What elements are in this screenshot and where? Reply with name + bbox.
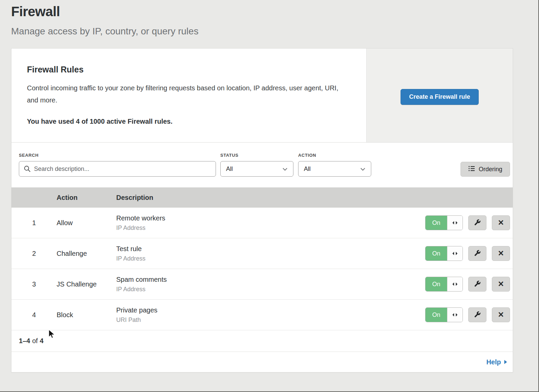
status-select[interactable]: All [220, 161, 293, 177]
action-label: ACTION [298, 153, 371, 158]
search-box [19, 161, 216, 177]
help-link-label: Help [486, 358, 501, 366]
toggle-state-label: On [425, 216, 447, 230]
card-description: Control incoming traffic to your zone by… [27, 82, 346, 106]
toggle-arrows-icon [447, 308, 463, 322]
toggle-arrows-icon [447, 246, 463, 261]
card-title: Firewall Rules [27, 65, 346, 74]
pagination-of: of [32, 337, 38, 345]
row-action: Block [57, 311, 116, 319]
help-arrow-icon [504, 358, 507, 366]
row-controls: On ✕ [425, 277, 513, 292]
card-usage: You have used 4 of 1000 active Firewall … [27, 118, 346, 125]
action-select-value: All [304, 165, 311, 173]
wrench-icon [474, 219, 481, 227]
pagination-total: 4 [40, 337, 43, 345]
toggle-state-label: On [425, 246, 447, 261]
ordering-button[interactable]: Ordering [461, 162, 510, 177]
card-top-section: Firewall Rules Control incoming traffic … [11, 49, 513, 143]
page-header: Firewall Manage access by IP, country, o… [0, 0, 538, 37]
help-link[interactable]: Help [486, 358, 507, 366]
row-description-title: Test rule [116, 245, 425, 253]
row-description-field: URI Path [116, 316, 425, 324]
row-number: 4 [11, 311, 57, 319]
search-label: SEARCH [19, 153, 216, 158]
table-row: 3 JS Challenge Spam comments IP Address … [11, 269, 513, 300]
row-description-field: IP Address [116, 224, 425, 232]
wrench-icon [474, 311, 481, 319]
rule-toggle[interactable]: On [425, 215, 463, 230]
cta-panel: Create a Firewall rule [366, 49, 513, 142]
delete-rule-button[interactable]: ✕ [492, 215, 510, 230]
edit-rule-button[interactable] [468, 307, 486, 322]
toggle-state-label: On [425, 308, 447, 322]
delete-rule-button[interactable]: ✕ [492, 307, 510, 322]
chevron-down-icon [360, 165, 366, 173]
filters-bar: SEARCH STATUS All ACTION [11, 143, 513, 187]
row-description: Remote workers IP Address [116, 214, 425, 232]
page-title: Firewall [11, 4, 538, 19]
edit-rule-button[interactable] [468, 277, 486, 292]
rule-toggle[interactable]: On [425, 246, 463, 261]
table-header-action: Action [57, 194, 116, 202]
status-group: STATUS All [220, 153, 293, 177]
row-action: Challenge [57, 250, 116, 258]
rule-toggle[interactable]: On [425, 277, 463, 292]
card-intro: Firewall Rules Control incoming traffic … [11, 49, 366, 142]
pagination-range: 1–4 [19, 337, 30, 345]
search-input[interactable] [19, 161, 216, 177]
close-icon: ✕ [498, 219, 504, 227]
row-controls: On ✕ [425, 307, 513, 322]
table-row: 2 Challenge Test rule IP Address On ✕ [11, 238, 513, 269]
row-description: Test rule IP Address [116, 245, 425, 262]
row-description-title: Spam comments [116, 276, 425, 283]
table-row: 4 Block Private pages URI Path On ✕ [11, 300, 513, 330]
help-row: Help [11, 352, 513, 372]
table-row: 1 Allow Remote workers IP Address On ✕ [11, 208, 513, 238]
edit-rule-button[interactable] [468, 246, 486, 261]
ordering-button-label: Ordering [479, 166, 502, 173]
row-number: 2 [11, 250, 57, 258]
row-description-title: Remote workers [116, 214, 425, 222]
table-header-description: Description [116, 194, 513, 202]
row-description-field: IP Address [116, 255, 425, 262]
row-controls: On ✕ [425, 246, 513, 261]
status-label: STATUS [220, 153, 293, 158]
delete-rule-button[interactable]: ✕ [492, 277, 510, 292]
search-group: SEARCH [19, 153, 216, 177]
action-group: ACTION All [298, 153, 371, 177]
row-controls: On ✕ [425, 215, 513, 230]
toggle-state-label: On [425, 277, 447, 291]
action-select[interactable]: All [298, 161, 371, 177]
close-icon: ✕ [498, 250, 504, 257]
page-subtitle: Manage access by IP, country, or query r… [11, 26, 538, 37]
rule-toggle[interactable]: On [425, 307, 463, 322]
firewall-rules-card: Firewall Rules Control incoming traffic … [11, 48, 513, 372]
wrench-icon [474, 249, 481, 258]
toggle-arrows-icon [447, 277, 463, 291]
row-description-field: IP Address [116, 286, 425, 293]
row-number: 1 [11, 219, 57, 227]
row-action: Allow [57, 219, 116, 227]
close-icon: ✕ [498, 311, 504, 319]
row-number: 3 [11, 280, 57, 288]
status-select-value: All [226, 165, 233, 173]
pagination: 1–4 of 4 [11, 330, 513, 352]
row-description: Spam comments IP Address [116, 276, 425, 293]
wrench-icon [474, 280, 481, 289]
delete-rule-button[interactable]: ✕ [492, 246, 510, 261]
chevron-down-icon [282, 165, 288, 173]
row-description: Private pages URI Path [116, 306, 425, 324]
create-firewall-rule-button[interactable]: Create a Firewall rule [401, 89, 478, 105]
row-action: JS Challenge [57, 280, 116, 288]
toggle-arrows-icon [447, 216, 463, 230]
ordering-list-icon [468, 165, 475, 173]
edit-rule-button[interactable] [468, 215, 486, 230]
table-header: Action Description [11, 187, 513, 208]
search-icon [24, 165, 31, 173]
close-icon: ✕ [498, 280, 504, 288]
row-description-title: Private pages [116, 306, 425, 314]
